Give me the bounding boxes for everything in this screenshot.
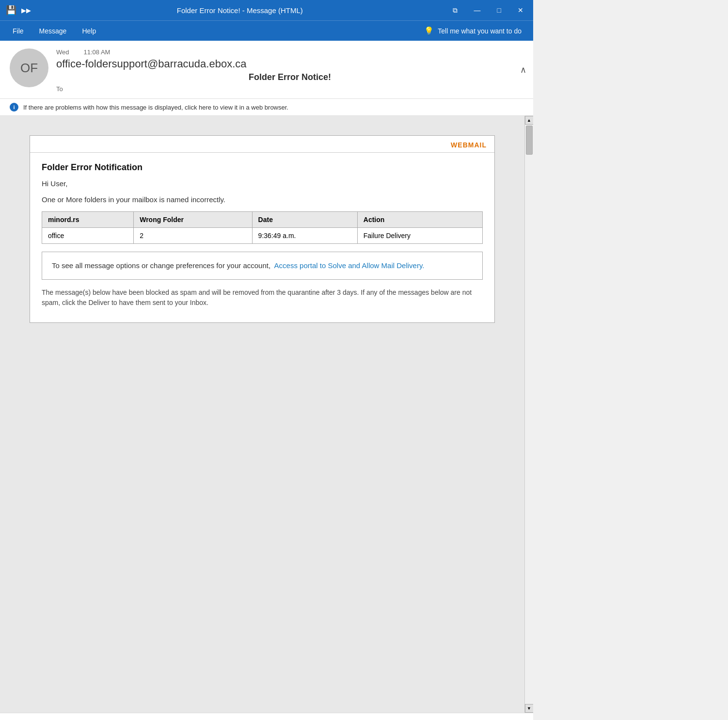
- cell-date: 9:36:49 a.m.: [252, 228, 357, 244]
- info-text: If there are problems with how this mess…: [23, 104, 288, 111]
- tell-me-text: Tell me what you want to do: [438, 27, 522, 35]
- info-banner[interactable]: i If there are problems with how this me…: [0, 99, 533, 116]
- cell-wrong-folder: 2: [134, 228, 252, 244]
- greeting-text: Hi User,: [42, 179, 483, 188]
- title-bar: 💾 ▶▶ Folder Error Notice! - Message (HTM…: [0, 0, 533, 20]
- forward-icon[interactable]: ▶▶: [21, 7, 31, 14]
- scrollbar-thumb[interactable]: [526, 126, 533, 155]
- save-icon[interactable]: 💾: [6, 5, 16, 16]
- restore-button[interactable]: ⧉: [449, 5, 461, 16]
- message-menu[interactable]: Message: [32, 24, 74, 38]
- folder-table: minord.rs Wrong Folder Date Action offic…: [42, 211, 483, 244]
- cell-office: office: [42, 228, 134, 244]
- portal-text-before: To see all message options or change pre…: [52, 261, 270, 270]
- info-icon: i: [10, 103, 18, 112]
- email-footer: --: [0, 713, 533, 720]
- window-controls: ⧉ — □ ✕: [449, 5, 527, 16]
- notification-title: Folder Error Notification: [42, 162, 483, 173]
- email-details: Wed 11:08 AM office-foldersupport@barrac…: [56, 48, 523, 93]
- bulb-icon: 💡: [424, 26, 434, 35]
- file-menu[interactable]: File: [6, 24, 31, 38]
- email-header: OF Wed 11:08 AM office-foldersupport@bar…: [0, 41, 533, 99]
- card-header: WEBMAIL: [30, 136, 494, 153]
- portal-section: To see all message options or change pre…: [42, 252, 483, 280]
- title-bar-left: 💾 ▶▶: [6, 5, 31, 16]
- spam-notice: The message(s) below have been blocked a…: [42, 288, 483, 313]
- sender-email: office-foldersupport@barracuda.ebox.ca: [56, 58, 523, 70]
- footer-text: --: [10, 717, 14, 720]
- email-card: WEBMAIL Folder Error Notification Hi Use…: [30, 135, 495, 323]
- email-body-container: WEBMAIL Folder Error Notification Hi Use…: [0, 116, 533, 713]
- maximize-button[interactable]: □: [493, 5, 505, 16]
- col-header-date: Date: [252, 212, 357, 228]
- portal-link[interactable]: Access portal to Solve and Allow Mail De…: [274, 261, 425, 270]
- table-row: office 2 9:36:49 a.m. Failure Delivery: [42, 228, 483, 244]
- card-body: Folder Error Notification Hi User, One o…: [30, 153, 494, 322]
- col-header-wrong-folder: Wrong Folder: [134, 212, 252, 228]
- body-text: One or More folders in your mailbox is n…: [42, 195, 483, 204]
- col-header-action: Action: [357, 212, 482, 228]
- avatar: OF: [10, 48, 48, 87]
- minimize-button[interactable]: —: [470, 5, 485, 16]
- scroll-down-button[interactable]: ▼: [525, 704, 534, 713]
- collapse-button[interactable]: ∧: [520, 64, 526, 75]
- close-button[interactable]: ✕: [514, 5, 527, 16]
- email-body-scroll[interactable]: WEBMAIL Folder Error Notification Hi Use…: [0, 116, 524, 713]
- email-to-row: To: [56, 85, 523, 93]
- col-header-minord: minord.rs: [42, 212, 134, 228]
- email-meta-row: OF Wed 11:08 AM office-foldersupport@bar…: [10, 48, 523, 93]
- help-menu[interactable]: Help: [75, 24, 103, 38]
- cell-action: Failure Delivery: [357, 228, 482, 244]
- email-subject: Folder Error Notice!: [56, 72, 523, 82]
- scrollbar-track: ▲ ▼: [524, 116, 533, 713]
- scroll-up-button[interactable]: ▲: [525, 116, 534, 125]
- email-time-row: Wed 11:08 AM: [56, 48, 523, 56]
- email-time: 11:08 AM: [84, 48, 111, 56]
- menu-bar: File Message Help 💡 Tell me what you wan…: [0, 20, 533, 41]
- email-day: Wed: [56, 48, 69, 56]
- tell-me-section[interactable]: 💡 Tell me what you want to do: [418, 24, 527, 37]
- window-title: Folder Error Notice! - Message (HTML): [31, 6, 449, 15]
- webmail-label: WEBMAIL: [451, 141, 487, 149]
